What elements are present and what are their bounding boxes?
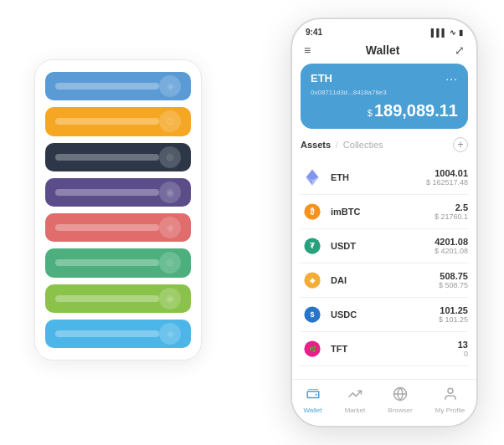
browser-nav-label: Browser (388, 407, 412, 414)
profile-nav-icon (443, 386, 458, 405)
nav-market[interactable]: Market (345, 386, 365, 414)
row-icon: ◉ (159, 182, 181, 203)
row-label (55, 295, 159, 302)
profile-nav-label: My Profile (435, 407, 465, 414)
phone-mockup: 9:41 ▌▌▌ ∿ ▮ ≡ Wallet ⤢ ETH ··· 0x08711d… (291, 18, 478, 427)
usdt-asset-usd: $ 4201.08 (435, 247, 468, 255)
nav-profile[interactable]: My Profile (435, 386, 465, 414)
asset-item-dai[interactable]: ◈ DAI 508.75 $ 508.75 (301, 263, 468, 298)
wallet-nav-label: Wallet (304, 407, 322, 414)
row-icon: ⊛ (159, 252, 181, 274)
dai-asset-usd: $ 508.75 (439, 281, 468, 289)
menu-icon[interactable]: ≡ (304, 43, 311, 57)
phone-body: ETH ··· 0x08711d3d...8418a78e3 $189,089.… (292, 64, 476, 379)
wallet-row-light-green[interactable]: ◉ (45, 284, 191, 313)
eth-card-currency: $ (368, 108, 373, 118)
row-label (55, 189, 159, 196)
svg-point-13 (315, 394, 316, 396)
row-icon: ◈ (159, 217, 181, 238)
nav-browser[interactable]: Browser (388, 386, 412, 414)
eth-card-top: ETH ··· (311, 72, 458, 85)
wallet-row-green[interactable]: ⊛ (45, 248, 191, 277)
row-label (55, 259, 159, 266)
tft-asset-values: 13 0 (458, 340, 468, 358)
bottom-nav: Wallet Market Browser My Profile (292, 379, 476, 426)
assets-header: Assets / Collecties + (301, 136, 468, 154)
svg-text:◈: ◈ (309, 277, 316, 284)
eth-card-amount: $189,089.11 (311, 101, 458, 120)
tft-asset-amount: 13 (458, 340, 468, 350)
imbtc-asset-icon: ₿ (301, 200, 324, 223)
svg-point-16 (448, 388, 453, 393)
battery-icon: ▮ (459, 28, 463, 37)
asset-item-tft[interactable]: 🌿 TFT 13 0 (301, 332, 468, 366)
tab-separator: / (336, 141, 338, 150)
eth-card-symbol: ETH (311, 72, 332, 84)
wallet-row-red[interactable]: ◈ (45, 213, 191, 242)
svg-text:₮: ₮ (310, 242, 315, 250)
eth-card-address: 0x08711d3d...8418a78e3 (311, 89, 458, 96)
wallet-list-card: ◈ ⊙ ⊛ ◉ ◈ ⊛ ◉ ◈ (34, 59, 202, 361)
tab-collecties[interactable]: Collecties (343, 140, 383, 150)
eth-card-value: 189,089.11 (374, 101, 458, 120)
tab-assets[interactable]: Assets (301, 140, 331, 150)
nav-wallet[interactable]: Wallet (304, 386, 322, 414)
imbtc-asset-name: imBTC (331, 207, 435, 217)
row-label (55, 83, 159, 90)
row-icon: ◉ (159, 288, 181, 309)
market-nav-icon (347, 386, 363, 405)
market-nav-label: Market (345, 407, 365, 414)
assets-tabs: Assets / Collecties (301, 140, 383, 150)
tft-asset-name: TFT (331, 344, 458, 354)
status-bar: 9:41 ▌▌▌ ∿ ▮ (292, 19, 476, 40)
wallet-row-sky[interactable]: ◈ (45, 320, 191, 348)
wallet-row-purple[interactable]: ◉ (45, 178, 191, 207)
asset-list: ETH 1004.01 $ 162517.48 ₿ imBTC 2.5 $ 21… (301, 161, 468, 379)
asset-item-eth[interactable]: ETH 1004.01 $ 162517.48 (301, 161, 468, 195)
row-label (55, 224, 159, 231)
usdc-asset-usd: $ 101.25 (439, 315, 468, 324)
eth-card[interactable]: ETH ··· 0x08711d3d...8418a78e3 $189,089.… (301, 64, 468, 129)
row-icon: ◈ (159, 75, 181, 97)
row-label (55, 154, 159, 161)
usdc-asset-amount: 101.25 (439, 305, 468, 315)
row-icon: ⊛ (159, 146, 181, 168)
svg-text:🌿: 🌿 (309, 345, 317, 353)
status-time: 9:41 (306, 28, 322, 37)
usdc-asset-name: USDC (331, 309, 439, 320)
usdt-asset-icon: ₮ (301, 234, 324, 258)
wallet-row-dark[interactable]: ⊛ (45, 143, 191, 171)
tft-asset-icon: 🌿 (301, 337, 324, 361)
row-label (55, 330, 159, 337)
asset-item-imbtc[interactable]: ₿ imBTC 2.5 $ 21760.1 (301, 195, 468, 229)
wallet-row-orange[interactable]: ⊙ (45, 107, 191, 136)
status-icons: ▌▌▌ ∿ ▮ (431, 28, 463, 37)
wallet-nav-icon (306, 386, 321, 405)
asset-item-usdc[interactable]: $ USDC 101.25 $ 101.25 (301, 298, 468, 332)
eth-asset-values: 1004.01 $ 162517.48 (426, 168, 468, 187)
eth-asset-amount: 1004.01 (426, 168, 468, 178)
usdc-asset-values: 101.25 $ 101.25 (439, 305, 468, 324)
imbtc-asset-values: 2.5 $ 21760.1 (435, 202, 468, 221)
wallet-row-blue[interactable]: ◈ (45, 72, 191, 100)
browser-nav-icon (393, 386, 408, 405)
eth-asset-icon (301, 166, 324, 189)
expand-icon[interactable]: ⤢ (455, 43, 465, 57)
imbtc-asset-amount: 2.5 (435, 202, 468, 212)
page-title: Wallet (366, 43, 400, 57)
add-asset-button[interactable]: + (453, 137, 468, 152)
signal-icon: ▌▌▌ (431, 28, 447, 37)
svg-text:$: $ (311, 310, 315, 319)
dai-asset-name: DAI (331, 275, 439, 285)
asset-item-usdt[interactable]: ₮ USDT 4201.08 $ 4201.08 (301, 229, 468, 263)
row-icon: ⊙ (159, 110, 181, 132)
imbtc-asset-usd: $ 21760.1 (435, 212, 468, 221)
dai-asset-amount: 508.75 (439, 271, 468, 281)
eth-asset-name: ETH (331, 172, 426, 182)
main-scene: ◈ ⊙ ⊛ ◉ ◈ ⊛ ◉ ◈ (9, 9, 495, 436)
usdt-asset-values: 4201.08 $ 4201.08 (435, 237, 468, 255)
row-label (55, 118, 159, 125)
eth-card-menu[interactable]: ··· (445, 72, 458, 85)
usdt-asset-amount: 4201.08 (435, 237, 468, 247)
tft-asset-usd: 0 (458, 350, 468, 358)
